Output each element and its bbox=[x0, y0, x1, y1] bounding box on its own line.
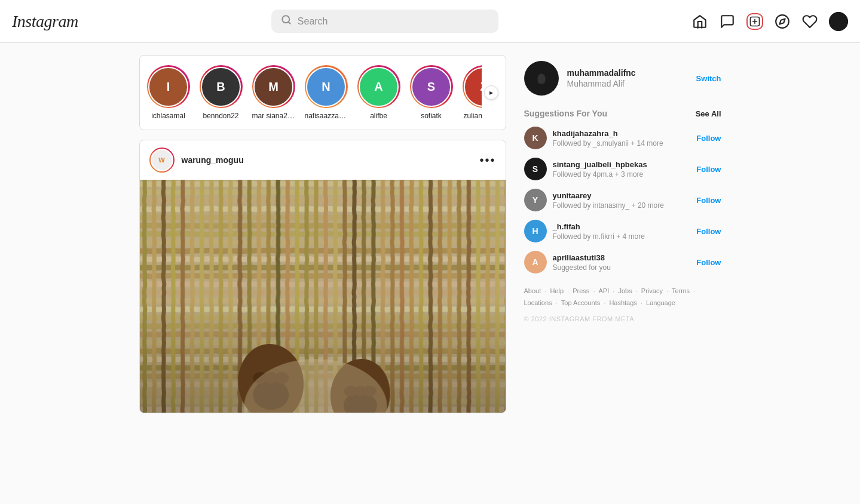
messenger-icon[interactable] bbox=[719, 13, 736, 30]
suggestion-subtitle: Followed by 4pm.a + 3 more bbox=[553, 170, 691, 179]
suggestion-avatar: A bbox=[524, 251, 547, 273]
story-item[interactable]: M mar siana234 bbox=[252, 65, 295, 120]
post-card: W warung_moguu ••• bbox=[139, 140, 506, 413]
footer-link[interactable]: Privacy bbox=[641, 287, 663, 294]
footer-dot: · bbox=[602, 299, 607, 306]
story-item[interactable]: S sofiatk bbox=[410, 65, 453, 120]
suggestion-item: Y yunitaarey Followed by intanasmy_ + 20… bbox=[524, 189, 721, 211]
home-icon[interactable] bbox=[691, 13, 708, 30]
suggestion-info: apriliaastuti38 Suggested for you bbox=[553, 253, 691, 272]
sidebar: muhammadalifnc Muhammad Alif Switch Sugg… bbox=[524, 55, 721, 413]
footer-dot: · bbox=[634, 287, 639, 294]
suggestion-username: _h.fifah bbox=[553, 222, 691, 231]
suggestion-item: A apriliaastuti38 Suggested for you Foll… bbox=[524, 251, 721, 273]
suggestion-item: H _h.fifah Followed by m.fikrri + 4 more… bbox=[524, 220, 721, 242]
suggestion-username: khadijahazahra_h bbox=[553, 129, 691, 138]
footer-dot: · bbox=[611, 287, 616, 294]
user-avatar[interactable] bbox=[829, 12, 848, 31]
follow-button[interactable]: Follow bbox=[696, 196, 721, 205]
svg-line-1 bbox=[288, 21, 290, 23]
footer-link[interactable]: Terms bbox=[672, 287, 690, 294]
footer-dot: · bbox=[639, 299, 644, 306]
post-avatar: W bbox=[149, 147, 175, 173]
footer-dot: · bbox=[565, 287, 571, 294]
switch-button[interactable]: Switch bbox=[696, 74, 721, 83]
footer-link[interactable]: Press bbox=[573, 287, 589, 294]
suggestion-info: _h.fifah Followed by m.fikrri + 4 more bbox=[553, 222, 691, 241]
post-username: warung_moguu bbox=[182, 155, 244, 165]
story-item[interactable]: B benndon22 bbox=[200, 65, 243, 120]
post-header: W warung_moguu ••• bbox=[140, 140, 506, 180]
footer-dot: · bbox=[665, 287, 670, 294]
feed-column: I ichlasamal B benndon22 M mar siana234 … bbox=[139, 55, 506, 413]
footer-links: About · Help · Press · API · Jobs · Priv… bbox=[524, 285, 721, 309]
story-item[interactable]: I ichlasamal bbox=[147, 65, 190, 120]
post-more-options[interactable]: ••• bbox=[479, 153, 495, 167]
nav-icons bbox=[691, 12, 848, 31]
suggestion-item: K khadijahazahra_h Followed by _s.mulyan… bbox=[524, 127, 721, 149]
follow-button[interactable]: Follow bbox=[696, 134, 721, 143]
suggestion-subtitle: Followed by intanasmy_ + 20 more bbox=[553, 201, 691, 210]
footer-dot: · bbox=[691, 287, 695, 294]
post-avatar-inner: W bbox=[151, 149, 173, 171]
footer-dot: · bbox=[543, 287, 548, 294]
suggestions-list: K khadijahazahra_h Followed by _s.mulyan… bbox=[524, 127, 721, 273]
search-input[interactable] bbox=[298, 16, 489, 27]
current-user-avatar[interactable] bbox=[524, 61, 559, 96]
post-image-canvas bbox=[140, 180, 506, 413]
suggestion-avatar: Y bbox=[524, 189, 547, 211]
suggestion-info: sintang_jualbeli_hpbekas Followed by 4pm… bbox=[553, 160, 691, 179]
story-item[interactable]: N nafisaazzan... bbox=[305, 65, 348, 120]
svg-marker-6 bbox=[779, 19, 785, 24]
search-icon bbox=[281, 14, 292, 28]
follow-button[interactable]: Follow bbox=[696, 258, 721, 267]
footer-link[interactable]: About bbox=[524, 287, 541, 294]
suggestion-subtitle: Followed by _s.mulyanii + 14 more bbox=[553, 139, 691, 147]
footer-link[interactable]: Locations bbox=[524, 299, 552, 306]
story-item[interactable]: Z zuliantrinur... bbox=[463, 65, 482, 120]
footer-dot: · bbox=[554, 299, 559, 306]
post-user[interactable]: W warung_moguu bbox=[149, 147, 244, 173]
footer-link[interactable]: Hashtags bbox=[609, 299, 636, 306]
suggestions-title: Suggestions For You bbox=[524, 109, 608, 118]
stories-container: I ichlasamal B benndon22 M mar siana234 … bbox=[139, 55, 506, 130]
footer-link[interactable]: Language bbox=[646, 299, 675, 306]
svg-point-5 bbox=[776, 15, 789, 28]
footer-link[interactable]: Jobs bbox=[618, 287, 632, 294]
footer-dot: · bbox=[591, 287, 596, 294]
suggestions-header: Suggestions For You See All bbox=[524, 109, 721, 118]
header: Instagram bbox=[0, 0, 860, 43]
see-all-button[interactable]: See All bbox=[696, 109, 721, 118]
suggestion-avatar: K bbox=[524, 127, 547, 149]
footer-link[interactable]: API bbox=[599, 287, 610, 294]
current-user-avatar-inner bbox=[524, 61, 559, 96]
suggestion-username: apriliaastuti38 bbox=[553, 253, 691, 262]
footer-link[interactable]: Top Accounts bbox=[561, 299, 600, 306]
story-item[interactable]: A alifbe bbox=[357, 65, 400, 120]
suggestion-info: khadijahazahra_h Followed by _s.mulyanii… bbox=[553, 129, 691, 147]
suggestion-item: S sintang_jualbeli_hpbekas Followed by 4… bbox=[524, 158, 721, 180]
explore-icon[interactable] bbox=[774, 13, 791, 30]
heart-icon[interactable] bbox=[801, 13, 818, 30]
suggestion-avatar: S bbox=[524, 158, 547, 180]
logo: Instagram bbox=[12, 12, 78, 31]
main-container: I ichlasamal B benndon22 M mar siana234 … bbox=[0, 43, 860, 425]
suggestion-avatar: H bbox=[524, 220, 547, 242]
follow-button[interactable]: Follow bbox=[696, 165, 721, 174]
suggestion-info: yunitaarey Followed by intanasmy_ + 20 m… bbox=[553, 191, 691, 210]
post-image bbox=[140, 180, 506, 413]
suggestion-username: sintang_jualbeli_hpbekas bbox=[553, 160, 691, 169]
current-user-fullname: Muhammad Alif bbox=[567, 79, 688, 88]
add-post-icon[interactable] bbox=[746, 13, 763, 30]
suggestion-subtitle: Followed by m.fikrri + 4 more bbox=[553, 232, 691, 241]
follow-button[interactable]: Follow bbox=[696, 227, 721, 236]
stories-scroll: I ichlasamal B benndon22 M mar siana234 … bbox=[147, 65, 482, 120]
footer-copyright: © 2022 INSTAGRAM FROM META bbox=[524, 315, 721, 322]
current-user: muhammadalifnc Muhammad Alif Switch bbox=[524, 61, 721, 96]
search-bar[interactable] bbox=[271, 10, 498, 33]
footer-link[interactable]: Help bbox=[550, 287, 564, 294]
stories-next-button[interactable]: ▸ bbox=[484, 85, 498, 100]
current-user-username: muhammadalifnc bbox=[567, 68, 688, 78]
suggestion-username: yunitaarey bbox=[553, 191, 691, 200]
sidebar-footer: About · Help · Press · API · Jobs · Priv… bbox=[524, 285, 721, 322]
